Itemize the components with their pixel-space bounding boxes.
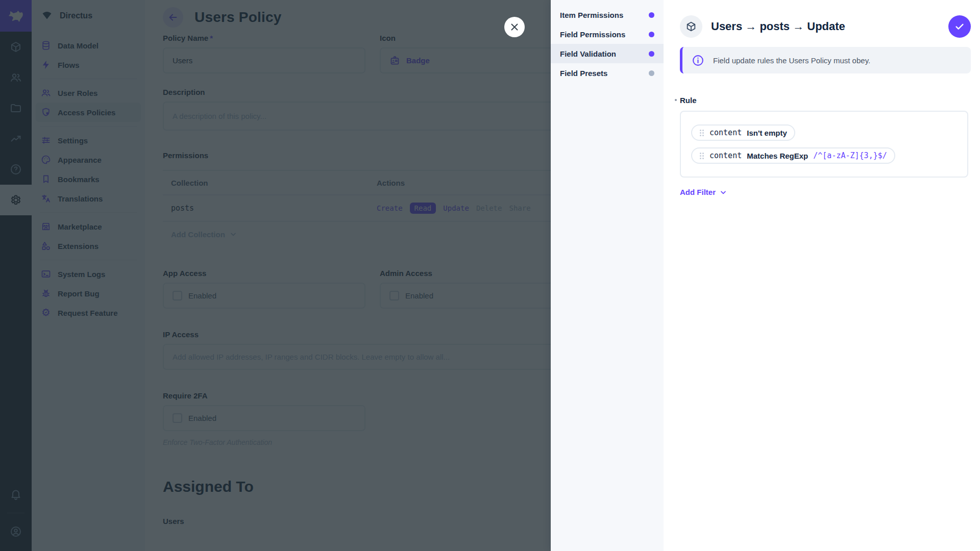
filter-field[interactable]: content [709,128,742,137]
check-icon [954,21,965,32]
drawer-menu: Item Permissions Field Permissions Field… [551,0,664,551]
drawer-content: Users → posts → Update Field update rule… [664,0,980,551]
menu-item-field-validation[interactable]: Field Validation [551,44,664,63]
status-dot [649,70,654,76]
cube-icon [685,21,697,32]
modal-overlay[interactable] [0,0,551,551]
menu-item-item-permissions[interactable]: Item Permissions [551,5,664,24]
filter-operator[interactable]: Matches RegExp [747,152,808,160]
filter-row[interactable]: content Isn't empty [691,124,795,141]
menu-item-field-permissions[interactable]: Field Permissions [551,24,664,44]
rule-filter-box: content Isn't empty content Matches RegE… [680,111,968,178]
filter-field[interactable]: content [709,151,742,160]
info-banner-text: Field update rules the Users Policy must… [713,56,870,65]
menu-item-field-presets[interactable]: Field Presets [551,63,664,83]
info-banner: Field update rules the Users Policy must… [680,47,971,73]
chevron-down-icon [719,188,727,196]
drawer-header-badge [680,15,702,38]
drag-handle-icon[interactable] [699,129,704,137]
filter-value[interactable]: /^[a-zA-Z]{3,}$/ [813,151,887,160]
drag-handle-icon[interactable] [699,152,704,160]
permissions-drawer: Item Permissions Field Permissions Field… [551,0,980,551]
status-dot [649,12,654,18]
drawer-title: Users → posts → Update [711,20,845,33]
status-dot [649,51,654,57]
filter-operator[interactable]: Isn't empty [747,129,787,137]
info-icon [692,54,704,67]
close-drawer-button[interactable] [504,17,525,37]
rule-label: Rule [680,96,697,105]
status-dot [649,32,654,37]
filter-row[interactable]: content Matches RegExp /^[a-zA-Z]{3,}$/ [691,147,895,164]
save-button[interactable] [948,15,971,38]
close-icon [509,21,520,33]
add-filter-button[interactable]: Add Filter [680,188,727,196]
